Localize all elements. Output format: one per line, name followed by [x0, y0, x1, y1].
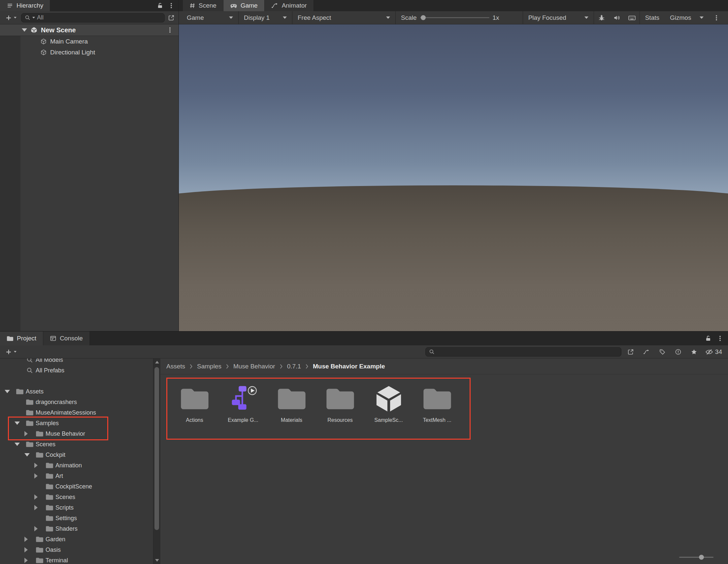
breadcrumb-muse-behavior-example[interactable]: Muse Behavior Example [313, 363, 385, 370]
scale-slider-knob[interactable] [421, 15, 426, 20]
tree-item-garden[interactable]: Garden [0, 534, 153, 545]
tree-item-oasis[interactable]: Oasis [0, 545, 153, 555]
breadcrumb-version[interactable]: 0.7.1 [287, 363, 301, 370]
game-view-menu-button[interactable] [709, 11, 724, 24]
open-in-window-icon[interactable] [168, 15, 175, 21]
lock-icon[interactable] [157, 2, 163, 9]
tree-item-all-models[interactable]: All Models [0, 358, 153, 365]
kebab-menu-icon[interactable] [168, 2, 175, 9]
breadcrumb-muse-behavior[interactable]: Muse Behavior [233, 363, 275, 370]
foldout-collapsed-icon[interactable] [34, 463, 38, 468]
folder-icon [46, 483, 53, 490]
folder-icon [46, 462, 53, 469]
game-viewport[interactable] [179, 24, 728, 331]
foldout-collapsed-icon[interactable] [34, 526, 38, 531]
hidden-items-toggle[interactable]: 34 [703, 348, 724, 355]
aspect-ratio-dropdown[interactable]: Free Aspect [292, 11, 395, 24]
tree-item-scripts[interactable]: Scripts [0, 502, 153, 513]
tree-item-art[interactable]: Art [0, 471, 153, 481]
foldout-expanded-icon[interactable] [15, 443, 20, 446]
hierarchy-add-button[interactable] [4, 15, 18, 21]
kebab-menu-icon[interactable] [167, 27, 173, 33]
open-search-window-button[interactable] [624, 345, 637, 358]
play-focused-dropdown[interactable]: Play Focused [523, 11, 594, 24]
keyboard-input-button[interactable] [624, 11, 640, 24]
grid-item-samplescene[interactable]: SampleSc... [367, 383, 411, 423]
tab-animator[interactable]: Animator [265, 0, 314, 11]
icon-size-slider[interactable] [679, 554, 713, 560]
kebab-menu-icon [713, 15, 720, 21]
breadcrumb-samples[interactable]: Samples [197, 363, 221, 370]
search-filter-chevron-icon[interactable] [32, 17, 35, 18]
tree-item-assets[interactable]: Assets [0, 386, 153, 397]
tree-item-muse-behavior[interactable]: Muse Behavior [0, 428, 153, 439]
scroll-down-icon[interactable] [155, 559, 159, 562]
gizmos-dropdown[interactable]: Gizmos [665, 11, 709, 24]
search-by-type-button[interactable] [672, 345, 685, 358]
grid-item-materials[interactable]: Materials [270, 383, 314, 423]
foldout-expanded-icon[interactable] [22, 28, 27, 32]
project-tree: All Models All Prefabs Assets dragoncras… [0, 358, 153, 564]
chevron-down-icon [584, 17, 588, 19]
hierarchy-item-directional-light[interactable]: Directional Light [0, 47, 179, 58]
hierarchy-item-main-camera[interactable]: Main Camera [0, 36, 179, 47]
lock-icon[interactable] [705, 335, 711, 342]
tab-hierarchy[interactable]: Hierarchy [0, 0, 50, 11]
tree-item-scenes[interactable]: Scenes [0, 439, 153, 449]
tree-item-cockpitscene[interactable]: CockpitScene [0, 481, 153, 492]
foldout-collapsed-icon[interactable] [24, 558, 28, 563]
display-label: Display 1 [244, 14, 270, 21]
hierarchy-scene-row[interactable]: New Scene [0, 24, 179, 36]
icon-size-slider-knob[interactable] [699, 555, 704, 560]
tree-item-scenes-sub[interactable]: Scenes [0, 492, 153, 502]
breadcrumb-assets[interactable]: Assets [166, 363, 185, 370]
mute-audio-button[interactable] [609, 11, 624, 24]
hierarchy-search-field[interactable] [21, 13, 165, 22]
kebab-menu-icon[interactable] [717, 335, 723, 342]
tree-item-shaders[interactable]: Shaders [0, 523, 153, 534]
debug-bug-button[interactable] [594, 11, 609, 24]
foldout-collapsed-icon[interactable] [34, 473, 38, 479]
foldout-collapsed-icon[interactable] [24, 547, 28, 552]
foldout-expanded-icon[interactable] [24, 453, 30, 456]
favorites-button[interactable] [687, 345, 701, 358]
tree-item-all-prefabs[interactable]: All Prefabs [0, 365, 153, 376]
foldout-expanded-icon[interactable] [5, 390, 10, 393]
foldout-collapsed-icon[interactable] [34, 494, 38, 500]
search-by-label-button[interactable] [656, 345, 669, 358]
game-target-dropdown[interactable]: Game [182, 11, 238, 24]
grid-item-textmesh[interactable]: TextMesh ... [415, 383, 459, 423]
tab-game[interactable]: Game [223, 0, 265, 11]
tree-item-terminal[interactable]: Terminal [0, 555, 153, 564]
scrollbar-thumb[interactable] [154, 367, 159, 530]
tree-item-museanimatesessions[interactable]: MuseAnimateSessions [0, 407, 153, 418]
tab-scene[interactable]: Scene [183, 0, 223, 11]
gameobject-cube-icon [40, 49, 47, 56]
tree-item-samples[interactable]: Samples [0, 418, 153, 428]
folder-icon [277, 386, 307, 412]
scroll-up-icon[interactable] [155, 361, 159, 363]
grid-item-resources[interactable]: Resources [318, 383, 362, 423]
display-dropdown[interactable]: Display 1 [239, 11, 292, 24]
grid-item-example-graph[interactable]: Example G... [221, 383, 265, 423]
tree-item-settings[interactable]: Settings [0, 513, 153, 523]
tab-project[interactable]: Project [0, 331, 43, 345]
tree-item-cockpit[interactable]: Cockpit [0, 449, 153, 460]
tree-item-dragoncrashers[interactable]: dragoncrashers [0, 397, 153, 407]
grid-item-actions[interactable]: Actions [173, 383, 216, 423]
scale-slider[interactable] [420, 15, 489, 20]
foldout-collapsed-icon[interactable] [24, 431, 28, 436]
project-search-field[interactable] [425, 347, 621, 356]
tree-scrollbar[interactable] [153, 358, 160, 564]
foldout-expanded-icon[interactable] [15, 421, 20, 425]
tree-item-animation[interactable]: Animation [0, 460, 153, 471]
project-add-button[interactable] [4, 348, 18, 355]
foldout-collapsed-icon[interactable] [34, 505, 38, 510]
search-by-import-button[interactable] [640, 345, 653, 358]
foldout-collapsed-icon[interactable] [24, 537, 28, 542]
project-search-input[interactable] [437, 348, 618, 355]
stats-button[interactable]: Stats [640, 11, 665, 24]
tree-item-label: All Models [36, 358, 63, 363]
hierarchy-search-input[interactable] [37, 14, 161, 21]
tab-console[interactable]: Console [43, 331, 90, 345]
